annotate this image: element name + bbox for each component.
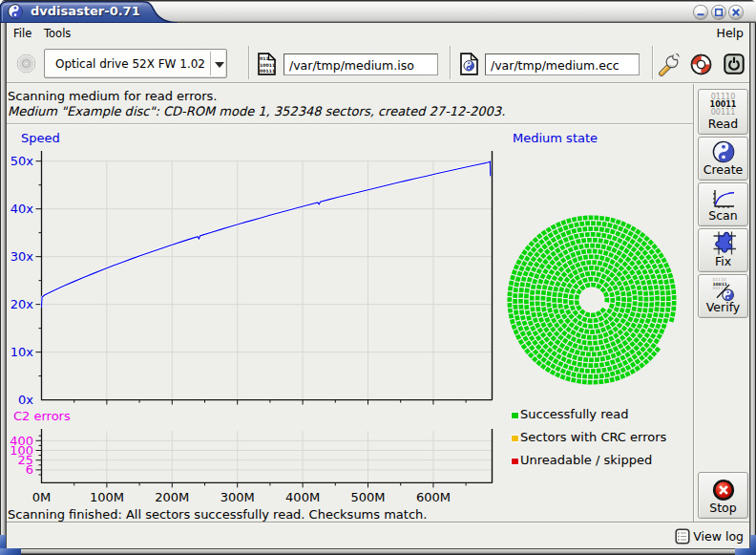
read-button-label: Read (708, 117, 738, 131)
fix-button[interactable]: Fix (698, 228, 748, 272)
c2-y-tick-label: 6 (26, 462, 33, 477)
speed-chart-title: Speed (21, 132, 60, 145)
speed-y-tick-label: 10x (10, 345, 34, 359)
resize-corner-bottom-left-h[interactable] (0, 548, 21, 555)
window-border-right (749, 23, 756, 555)
x-axis-tick-label: 500M (351, 490, 386, 504)
legend-label: Unreadable / skipped (520, 453, 652, 467)
speed-y-tick-label: 40x (10, 202, 34, 216)
view-log-label: View log (693, 529, 744, 544)
minimize-button[interactable] (694, 6, 707, 19)
speed-curve (42, 161, 491, 307)
binary-block-icon: 011101001100111 (710, 94, 737, 117)
minimize-icon (694, 6, 707, 19)
speed-y-tick-label: 0x (18, 393, 33, 407)
legend-yellow-square (512, 436, 518, 442)
combo-separator (210, 52, 212, 75)
drive-selector[interactable]: Optical drive 52X FW 1.02 (44, 49, 227, 78)
resize-corner-bottom-right-h[interactable] (735, 548, 756, 555)
view-log-button[interactable]: View log (675, 526, 744, 545)
puzzle-piece-icon (711, 231, 736, 255)
legend-red-square (512, 459, 518, 465)
speed-curve-icon (711, 188, 736, 209)
drive-selector-value: Optical drive 52X FW 1.02 (55, 56, 205, 73)
sidebar-separator (693, 84, 695, 522)
speed-y-tick-label: 50x (10, 154, 34, 168)
window-title: dvdisaster-0.71 (31, 3, 183, 20)
quit-power-icon[interactable] (724, 53, 745, 75)
create-button[interactable]: Create (698, 137, 748, 181)
close-icon (729, 6, 743, 19)
speed-curve-halo (42, 161, 491, 307)
legend-item-read: Successfully read (512, 408, 628, 421)
x-axis-tick-label: 0M (32, 490, 52, 504)
stop-button[interactable]: Stop (698, 472, 748, 519)
x-axis-tick-label: 400M (285, 490, 320, 504)
image-file-binary-icon: 011 10011 00111 (257, 53, 277, 75)
menu-help[interactable]: Help (717, 26, 745, 41)
window-border-left (0, 23, 7, 555)
maximize-button[interactable] (712, 6, 725, 19)
yin-yang-icon (712, 140, 735, 163)
window-yin-yang-icon (8, 4, 23, 19)
create-button-label: Create (704, 163, 744, 177)
cd-disc-icon (16, 53, 36, 74)
status-message: Scanning finished: All sectors successfu… (8, 507, 676, 522)
maximize-icon (712, 6, 725, 19)
task-title: Scanning medium for read errors. (8, 89, 580, 103)
toolbar: Optical drive 52X FW 1.02 011 10011 0011… (7, 42, 749, 83)
c2-y-tick-label: 400 (10, 434, 33, 448)
stop-icon (712, 479, 735, 502)
c2-y-tick-label: 25 (17, 453, 33, 467)
verify-compare-icon: 01110 10011 00111 (709, 277, 738, 301)
svg-text:10011: 10011 (260, 63, 275, 68)
log-list-icon (675, 528, 690, 544)
legend-item-crc: Sectors with CRC errors (512, 431, 666, 444)
footer-bar: View log (7, 523, 749, 548)
x-axis-tick-label: 300M (220, 490, 255, 504)
toolbar-groove (7, 82, 749, 84)
c2-y-tick-label: 100 (10, 443, 33, 458)
x-axis-tick-label: 600M (416, 490, 451, 504)
close-button[interactable] (729, 6, 743, 19)
chevron-down-icon (215, 62, 224, 68)
menu-tools[interactable]: Tools (44, 27, 71, 42)
stop-button-label: Stop (709, 502, 736, 515)
medium-state-title: Medium state (513, 132, 598, 145)
legend-item-unreadable: Unreadable / skipped (512, 454, 652, 467)
medium-state-disc-sectors (508, 216, 677, 385)
x-axis-tick-label: 100M (90, 490, 124, 504)
svg-text:011: 011 (260, 56, 269, 61)
legend-label: Successfully read (520, 407, 628, 421)
legend-green-square (512, 413, 518, 419)
toolbar-separator (652, 46, 654, 79)
toolbar-separator (248, 46, 250, 79)
c2-errors-chart-title: C2 errors (13, 410, 71, 423)
header-separator (7, 123, 693, 125)
toolbar-separator (450, 46, 452, 79)
scan-button[interactable]: Scan (698, 182, 748, 226)
verify-button[interactable]: 01110 10011 00111 Verify (698, 274, 748, 318)
image-file-input[interactable] (284, 53, 438, 75)
preferences-wrench-icon[interactable] (659, 53, 681, 76)
help-lifebuoy-icon[interactable] (690, 53, 712, 75)
ecc-file-icon (459, 53, 479, 75)
app-window: 0x10x20x30x40x50x6251004000M100M200M300M… (0, 0, 756, 555)
verify-button-label: Verify (706, 301, 740, 314)
medium-info: Medium "Example disc": CD-ROM mode 1, 35… (8, 104, 676, 118)
ecc-file-input[interactable] (485, 53, 640, 75)
scan-button-label: Scan (708, 209, 737, 223)
fix-button-label: Fix (715, 255, 731, 268)
x-axis-tick-label: 200M (155, 490, 189, 504)
svg-text:00111: 00111 (260, 69, 275, 74)
speed-y-tick-label: 20x (10, 297, 34, 311)
read-button[interactable]: 011101001100111 Read (698, 89, 748, 135)
menubar: File Tools Help (7, 23, 749, 42)
speed-y-tick-label: 30x (10, 249, 34, 264)
menu-file[interactable]: File (13, 27, 32, 42)
window-border-bottom (0, 548, 756, 555)
legend-label: Sectors with CRC errors (520, 430, 666, 444)
titlebar[interactable]: dvdisaster-0.71 (0, 0, 756, 23)
